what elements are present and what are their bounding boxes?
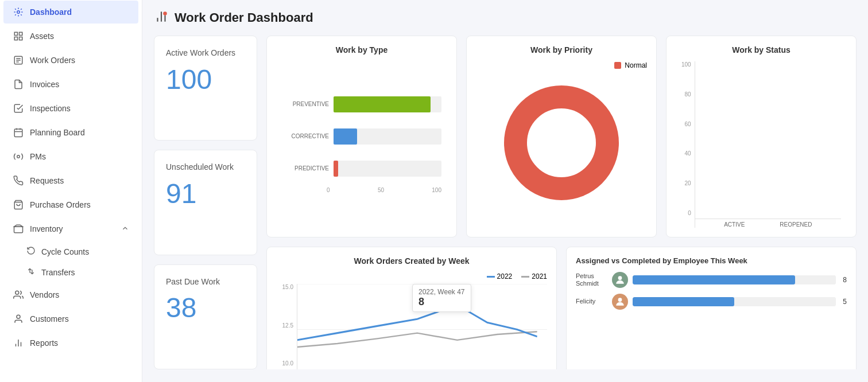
employee-lastname-petrus: Schmidt [576,280,607,287]
employee-bar-track-petrus [633,275,836,284]
legend-2022-label: 2022 [497,272,513,280]
sidebar-item-inspections[interactable]: Inspections [3,97,138,120]
employee-bar-fill-felicity [633,297,734,306]
y-label-100: 100 [681,61,691,68]
y-label-60: 60 [681,121,691,127]
po-icon [13,199,24,211]
work-by-status-card: Work by Status 100 80 60 40 20 0 [666,36,857,237]
svg-point-24 [618,298,622,302]
bar-label-predictive: PREDICTIVE [288,165,329,171]
axis-label-0: 0 [327,187,330,193]
sidebar-item-invoices-label: Invoices [30,80,129,89]
employee-name-petrus: Petrus [576,272,607,280]
page-header: Work Order Dashboard [154,9,857,26]
employee-row-felicity: Felicity 5 [576,294,847,310]
vendors-icon [13,289,24,301]
unscheduled-work-value: 91 [166,180,245,208]
y-label-0: 0 [681,210,691,216]
work-orders-by-week-card: Work Orders Created by Week 2022 2021 15… [266,247,557,369]
avatar-petrus [612,272,628,288]
priority-legend-dot [614,62,621,69]
past-due-work-card[interactable]: Past Due Work 38 [154,264,257,369]
assigned-vs-completed-card: Assigned vs Completed by Employee This W… [566,247,857,369]
sidebar-item-workorders[interactable]: Work Orders [3,49,138,72]
sidebar-item-dashboard-label: Dashboard [30,7,129,17]
status-label-reopened: REOPENED [780,221,812,228]
sidebar-item-dashboard[interactable]: Dashboard [3,1,138,24]
svg-rect-4 [20,37,22,40]
unscheduled-work-card[interactable]: Unscheduled Work 91 [154,150,257,255]
week-y-12: 12.5 [276,322,293,329]
priority-legend-label: Normal [625,61,647,69]
sidebar-item-requests-label: Requests [30,176,129,185]
svg-point-23 [618,276,622,280]
planning-icon [13,127,24,138]
chevron-up-icon [121,224,129,234]
past-due-work-title: Past Due Work [166,276,245,288]
past-due-work-value: 38 [166,294,245,322]
svg-point-14 [17,315,20,318]
svg-rect-6 [14,129,22,137]
reports-icon [13,337,24,349]
unscheduled-work-title: Unscheduled Work [166,162,245,173]
work-by-type-card: Work by Type PREVENTIVE CORRECTIVE [266,36,457,237]
sidebar-item-requests[interactable]: Requests [3,169,138,192]
legend-2021-label: 2021 [532,272,547,280]
week-y-15: 15.0 [276,284,293,290]
sidebar-item-inventory[interactable]: Inventory [3,217,138,240]
sidebar-item-customers[interactable]: Customers [3,307,138,330]
assets-icon [13,30,24,42]
sidebar-item-reports[interactable]: Reports [3,332,138,354]
svg-point-20 [533,114,590,171]
dashboard-layout: Active Work Orders 100 Unscheduled Work … [154,36,857,369]
tooltip-label: 2022, Week 47 [418,288,465,296]
svg-rect-3 [14,37,17,40]
work-by-status-title: Work by Status [676,45,847,54]
y-label-20: 20 [681,180,691,186]
work-by-priority-title: Work by Priority [476,45,647,54]
inventory-submenu: Cycle Counts Transfers [0,241,142,283]
bar-label-preventive: PREVENTIVE [288,101,329,107]
charts-column: Work by Type PREVENTIVE CORRECTIVE [266,36,857,369]
y-label-40: 40 [681,150,691,157]
bar-preventive [334,96,431,112]
dashboard-icon [13,6,24,18]
axis-label-50: 50 [378,187,384,193]
active-work-orders-value: 100 [166,66,245,93]
active-work-orders-title: Active Work Orders [166,48,245,59]
sidebar-item-pms[interactable]: PMs [3,145,138,168]
sidebar-item-pms-label: PMs [30,152,129,161]
tooltip-value: 8 [418,296,465,308]
invoices-icon [13,79,24,90]
donut-chart [504,85,619,200]
sidebar-item-vendors[interactable]: Vendors [3,283,138,306]
svg-point-13 [16,291,19,294]
assigned-vs-completed-title: Assigned vs Completed by Employee This W… [576,256,847,265]
week-tooltip: 2022, Week 47 8 [412,284,471,312]
customers-icon [13,313,24,325]
sidebar-item-cyclecounts-label: Cycle Counts [41,247,89,256]
cyclecounts-icon [26,246,36,257]
sidebar-item-vendors-label: Vendors [30,290,129,299]
sidebar-item-purchaseorders-label: Purchase Orders [30,200,129,209]
employee-row-petrus: Petrus Schmidt 8 [576,272,847,288]
active-work-orders-card[interactable]: Active Work Orders 100 [154,36,257,141]
dashboard-chart-icon [154,9,169,26]
sidebar-item-cyclecounts[interactable]: Cycle Counts [26,241,138,262]
bar-corrective [334,128,357,145]
svg-rect-1 [14,32,17,35]
sidebar-item-invoices[interactable]: Invoices [3,73,138,96]
main-content: Work Order Dashboard Active Work Orders … [142,0,868,382]
employee-bar-fill-petrus [633,275,795,284]
sidebar-item-inventory-label: Inventory [30,224,115,233]
axis-label-100: 100 [432,187,441,193]
avatar-felicity [612,294,628,310]
sidebar-item-planning[interactable]: Planning Board [3,121,138,144]
week-y-10: 10.0 [276,360,293,367]
sidebar-item-purchaseorders[interactable]: Purchase Orders [3,193,138,216]
stats-column: Active Work Orders 100 Unscheduled Work … [154,36,257,369]
requests-icon [13,175,24,186]
sidebar-item-transfers[interactable]: Transfers [26,262,138,282]
sidebar-item-assets[interactable]: Assets [3,25,138,48]
sidebar-item-transfers-label: Transfers [41,268,75,277]
